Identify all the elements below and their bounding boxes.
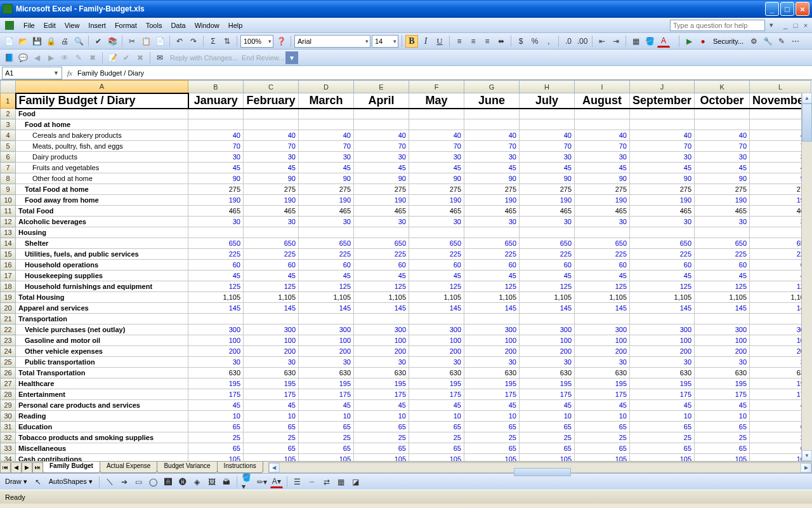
cell-D4[interactable]: 40 xyxy=(299,130,354,141)
col-header-I[interactable]: I xyxy=(575,81,630,93)
cell-J15[interactable]: 225 xyxy=(630,249,695,260)
cell-K22[interactable]: 300 xyxy=(695,324,750,335)
cell-B2[interactable] xyxy=(188,109,244,119)
row-header-12[interactable]: 12 xyxy=(1,217,16,227)
cell-A4[interactable]: Cereals and bakery products xyxy=(16,130,188,141)
cell-B12[interactable]: 30 xyxy=(188,217,244,227)
menu-edit[interactable]: Edit xyxy=(39,20,60,31)
cell-K10[interactable]: 190 xyxy=(695,195,750,206)
cell-I10[interactable]: 190 xyxy=(575,195,630,206)
scroll-right-icon[interactable]: ▶ xyxy=(801,463,811,472)
row-header-16[interactable]: 16 xyxy=(1,260,16,271)
cell-H28[interactable]: 175 xyxy=(520,389,575,400)
cell-J23[interactable]: 100 xyxy=(630,335,695,346)
cell-C20[interactable]: 145 xyxy=(244,303,299,314)
cell-I16[interactable]: 60 xyxy=(575,260,630,271)
cell-B24[interactable]: 200 xyxy=(188,346,244,357)
cell-E28[interactable]: 175 xyxy=(354,389,409,400)
cell-J13[interactable] xyxy=(630,227,695,238)
cell-D34[interactable]: 105 xyxy=(299,454,354,462)
cell-J17[interactable]: 45 xyxy=(630,271,695,281)
cell-C4[interactable]: 40 xyxy=(244,130,299,141)
close-button[interactable]: × xyxy=(796,2,809,16)
cell-K27[interactable]: 195 xyxy=(695,378,750,389)
cell-E12[interactable]: 30 xyxy=(354,217,409,227)
cell-F14[interactable]: 650 xyxy=(409,238,464,249)
cell-F16[interactable]: 60 xyxy=(409,260,464,271)
cell-A1[interactable]: Family Budget / Diary xyxy=(16,93,188,109)
cell-K24[interactable]: 200 xyxy=(695,346,750,357)
cell-J30[interactable]: 10 xyxy=(630,411,695,422)
cell-C6[interactable]: 30 xyxy=(244,152,299,163)
menu-format[interactable]: Format xyxy=(110,20,141,31)
dash-style-icon[interactable]: ┈ xyxy=(306,476,318,488)
cell-A26[interactable]: Total Transportation xyxy=(16,368,188,378)
underline-button[interactable]: U xyxy=(433,35,446,48)
scroll-up-icon[interactable]: ▲ xyxy=(802,93,812,104)
row-header-21[interactable]: 21 xyxy=(1,314,16,324)
decrease-decimal-icon[interactable]: .00 xyxy=(576,35,589,48)
cell-F30[interactable]: 10 xyxy=(409,411,464,422)
cell-A7[interactable]: Fruits and vegetables xyxy=(16,163,188,173)
cell-K4[interactable]: 40 xyxy=(695,130,750,141)
cell-G3[interactable] xyxy=(464,119,520,130)
cell-J4[interactable]: 40 xyxy=(630,130,695,141)
row-header-33[interactable]: 33 xyxy=(1,443,16,454)
row-header-29[interactable]: 29 xyxy=(1,400,16,411)
shadow-icon[interactable]: ▦ xyxy=(335,476,348,488)
menu-window[interactable]: Window xyxy=(190,20,224,31)
cell-D30[interactable]: 10 xyxy=(299,411,354,422)
cell-D32[interactable]: 25 xyxy=(299,432,354,443)
cell-I32[interactable]: 25 xyxy=(575,432,630,443)
cell-I17[interactable]: 45 xyxy=(575,271,630,281)
cell-J19[interactable]: 1,105 xyxy=(630,292,695,303)
cell-C2[interactable] xyxy=(244,109,299,119)
cell-D3[interactable] xyxy=(299,119,354,130)
cell-B9[interactable]: 275 xyxy=(188,184,244,195)
line-color-icon[interactable]: ✏▾ xyxy=(256,476,268,488)
comma-icon[interactable]: , xyxy=(542,35,555,48)
cell-F21[interactable] xyxy=(409,314,464,324)
font-color-icon[interactable]: A xyxy=(657,35,670,48)
cell-I30[interactable]: 10 xyxy=(575,411,630,422)
line-icon[interactable]: ＼ xyxy=(103,476,116,488)
cell-G16[interactable]: 60 xyxy=(464,260,520,271)
cell-F9[interactable]: 275 xyxy=(409,184,464,195)
comment-icon[interactable]: 💬 xyxy=(16,51,29,64)
cell-C30[interactable]: 10 xyxy=(244,411,299,422)
cell-J6[interactable]: 30 xyxy=(630,152,695,163)
cell-K11[interactable]: 465 xyxy=(695,206,750,217)
cell-C7[interactable]: 45 xyxy=(244,163,299,173)
diagram-icon[interactable]: ◈ xyxy=(191,476,204,488)
cell-B17[interactable]: 45 xyxy=(188,271,244,281)
cell-F4[interactable]: 40 xyxy=(409,130,464,141)
menu-insert[interactable]: Insert xyxy=(84,20,110,31)
select-all-cell[interactable] xyxy=(1,81,16,93)
help-icon[interactable]: ❓ xyxy=(275,35,287,48)
cell-J28[interactable]: 175 xyxy=(630,389,695,400)
cell-K25[interactable]: 30 xyxy=(695,357,750,368)
tab-prev-icon[interactable]: ◀ xyxy=(11,462,22,473)
cell-B23[interactable]: 100 xyxy=(188,335,244,346)
clipart-icon[interactable]: 🖼 xyxy=(206,476,218,488)
cell-K28[interactable]: 175 xyxy=(695,389,750,400)
cell-G33[interactable]: 65 xyxy=(464,443,520,454)
cell-F27[interactable]: 195 xyxy=(409,378,464,389)
cell-H3[interactable] xyxy=(520,119,575,130)
cell-C13[interactable] xyxy=(244,227,299,238)
row-header-9[interactable]: 9 xyxy=(1,184,16,195)
cell-I19[interactable]: 1,105 xyxy=(575,292,630,303)
cell-G30[interactable]: 10 xyxy=(464,411,520,422)
research-icon[interactable]: 📚 xyxy=(106,35,119,48)
cell-D29[interactable]: 45 xyxy=(299,400,354,411)
cell-H17[interactable]: 45 xyxy=(520,271,575,281)
cell-D8[interactable]: 90 xyxy=(299,173,354,184)
row-header-7[interactable]: 7 xyxy=(1,163,16,173)
cell-E29[interactable]: 45 xyxy=(354,400,409,411)
cell-D9[interactable]: 275 xyxy=(299,184,354,195)
cell-H22[interactable]: 300 xyxy=(520,324,575,335)
cell-A15[interactable]: Utilities, fuels, and public services xyxy=(16,249,188,260)
cell-F1[interactable]: May xyxy=(409,93,464,109)
cell-A24[interactable]: Other vehicle expenses xyxy=(16,346,188,357)
cell-A23[interactable]: Gasoline and motor oil xyxy=(16,335,188,346)
